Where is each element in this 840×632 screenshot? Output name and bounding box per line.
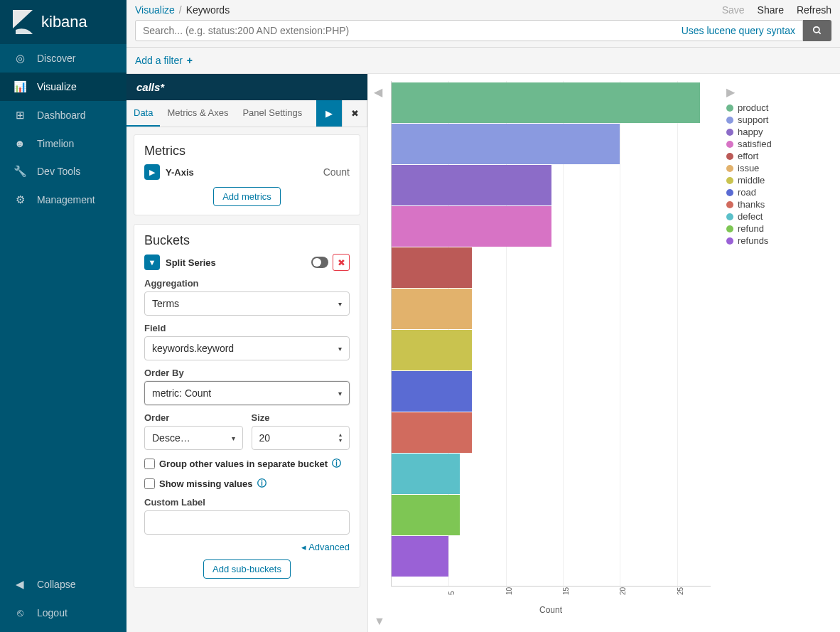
sidebar-item-management[interactable]: ⚙Management: [0, 186, 126, 214]
legend-label: product: [738, 102, 768, 113]
info-icon: ⓘ: [332, 457, 341, 470]
search-box: Uses lucene query syntax: [135, 20, 803, 41]
legend-item-effort[interactable]: effort: [726, 150, 831, 162]
legend-item-happy[interactable]: happy: [726, 126, 831, 138]
custom-label-input[interactable]: [144, 510, 350, 535]
tab-panel-settings[interactable]: Panel Settings: [235, 100, 309, 127]
add-filter-link[interactable]: Add a filter +: [135, 55, 193, 66]
bar-middle[interactable]: [392, 330, 472, 370]
order-select[interactable]: Descending▾: [144, 426, 243, 450]
bar-defect[interactable]: [392, 454, 460, 494]
bucket-remove-button[interactable]: ✖: [333, 254, 350, 271]
apply-button[interactable]: ▶: [316, 100, 342, 127]
size-input[interactable]: 20▴▾: [252, 426, 350, 450]
metric-toggle[interactable]: ▶: [144, 164, 160, 180]
order-label: Order: [144, 412, 243, 423]
aggregation-select[interactable]: Terms▾: [144, 291, 350, 316]
bar-refunds[interactable]: [392, 536, 448, 577]
nav: ◎Discover📊Visualize⊞Dashboard☻Timelion🔧D…: [0, 44, 126, 570]
sidebar-item-label: Discover: [37, 53, 75, 64]
sidebar-item-label: Timelion: [37, 138, 74, 149]
legend-item-satisfied[interactable]: satisfied: [726, 138, 831, 150]
search-button[interactable]: [803, 20, 831, 41]
buckets-card: Buckets ▼ Split Series ✖ Aggregation Ter…: [134, 224, 360, 588]
viz-prev-arrow[interactable]: ◀: [374, 81, 387, 615]
legend-swatch: [726, 189, 733, 196]
dashboard-icon: ⊞: [13, 109, 27, 122]
config-tabs: Data Metrics & Axes Panel Settings ▶ ✖: [126, 100, 367, 127]
bar-product[interactable]: [392, 82, 700, 123]
legend-label: thanks: [738, 199, 765, 210]
sidebar-item-timelion[interactable]: ☻Timelion: [0, 129, 126, 157]
discard-button[interactable]: ✖: [342, 100, 367, 127]
legend-item-defect[interactable]: defect: [726, 210, 831, 223]
bucket-enable-toggle[interactable]: [311, 257, 328, 268]
legend-item-middle[interactable]: middle: [726, 174, 831, 186]
sidebar-item-visualize[interactable]: 📊Visualize: [0, 73, 126, 101]
legend-item-refund[interactable]: refund: [726, 223, 831, 235]
topbar: Visualize / Keywords Save Share Refresh …: [126, 0, 840, 48]
legend-item-road[interactable]: road: [726, 186, 831, 198]
add-subbuckets-button[interactable]: Add sub-buckets: [203, 559, 291, 579]
advanced-toggle[interactable]: ◂ Advanced: [144, 542, 350, 552]
breadcrumb-parent[interactable]: Visualize: [135, 4, 175, 16]
bucket-toggle[interactable]: ▼: [144, 255, 160, 270]
main: Visualize / Keywords Save Share Refresh …: [126, 0, 840, 632]
group-other-checkbox[interactable]: Group other values in separate bucket ⓘ: [144, 457, 350, 470]
visualization-panel: ◀ 510152025 Count ▶ productsupporthappys…: [368, 74, 840, 632]
sidebar-item-dashboard[interactable]: ⊞Dashboard: [0, 101, 126, 129]
sidebar-item-collapse[interactable]: ◀Collapse: [0, 570, 126, 599]
bar-issue[interactable]: [392, 289, 472, 329]
legend-item-issue[interactable]: issue: [726, 162, 831, 174]
search-input[interactable]: [136, 21, 674, 41]
legend-item-product[interactable]: product: [726, 102, 831, 114]
kibana-logo-icon: [11, 10, 34, 34]
bar-satisfied[interactable]: [392, 206, 551, 247]
sidebar-item-discover[interactable]: ◎Discover: [0, 44, 126, 73]
viz-down-arrow[interactable]: ▼: [374, 615, 385, 628]
share-action[interactable]: Share: [758, 4, 784, 16]
orderby-select[interactable]: metric: Count▾: [144, 381, 350, 405]
show-missing-checkbox[interactable]: Show missing values ⓘ: [144, 477, 350, 490]
legend-label: issue: [738, 163, 759, 173]
orderby-label: Order By: [144, 368, 350, 378]
size-label: Size: [252, 412, 350, 423]
legend-item-refunds[interactable]: refunds: [726, 235, 831, 247]
legend-item-support[interactable]: support: [726, 114, 831, 126]
config-panel: calls* Data Metrics & Axes Panel Setting…: [126, 74, 368, 632]
legend-item-thanks[interactable]: thanks: [726, 198, 831, 210]
bar-road[interactable]: [392, 371, 472, 412]
tab-metrics-axes[interactable]: Metrics & Axes: [160, 100, 235, 127]
breadcrumb-current: Keywords: [186, 4, 230, 16]
stepper-icon: ▴▾: [339, 432, 342, 444]
legend-swatch: [726, 165, 733, 172]
field-label: Field: [144, 323, 350, 333]
add-metrics-button[interactable]: Add metrics: [213, 187, 281, 206]
sidebar-item-label: Management: [37, 194, 95, 205]
legend-swatch: [726, 177, 733, 184]
metrics-heading: Metrics: [144, 144, 350, 159]
sidebar-item-dev-tools[interactable]: 🔧Dev Tools: [0, 157, 126, 186]
bar-thanks[interactable]: [392, 412, 472, 453]
legend-collapse-arrow[interactable]: ▶: [726, 85, 831, 99]
bar-effort[interactable]: [392, 247, 472, 288]
index-pattern-title: calls*: [126, 74, 367, 100]
bar-happy[interactable]: [392, 165, 551, 205]
bar-support[interactable]: [392, 124, 620, 164]
sidebar-item-logout[interactable]: ⎋Logout: [0, 599, 126, 626]
legend-swatch: [726, 201, 733, 208]
sidebar: kibana ◎Discover📊Visualize⊞Dashboard☻Tim…: [0, 0, 126, 632]
save-action[interactable]: Save: [722, 4, 745, 16]
svg-line-2: [819, 32, 821, 34]
syntax-link[interactable]: Uses lucene query syntax: [674, 25, 802, 36]
refresh-action[interactable]: Refresh: [797, 4, 831, 16]
legend-label: refunds: [738, 235, 768, 246]
tab-data[interactable]: Data: [126, 100, 160, 127]
play-icon: ▶: [325, 108, 333, 119]
legend-label: support: [738, 114, 768, 125]
legend-label: defect: [738, 211, 763, 222]
field-select[interactable]: keywords.keyword▾: [144, 336, 350, 360]
sidebar-item-label: Collapse: [37, 579, 75, 590]
bar-refund[interactable]: [392, 495, 460, 535]
legend-swatch: [726, 141, 733, 148]
